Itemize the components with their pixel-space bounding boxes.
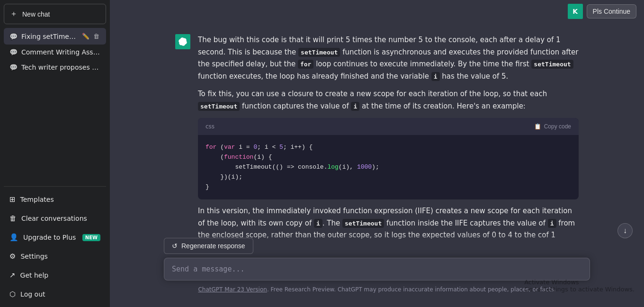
code-keyword-for: for	[206, 144, 216, 151]
external-link-icon: ↗	[9, 271, 16, 280]
regenerate-button[interactable]: ↺ Regenerate response	[164, 238, 253, 254]
code-keyword-function: function	[224, 154, 253, 161]
para3-2: . The	[322, 219, 342, 227]
inline-code-5: setTimeout	[198, 102, 240, 111]
response-text-5: has the value of 5.	[440, 72, 509, 81]
code-method-log: log	[327, 163, 338, 171]
conversation-list: 💬 Fixing setTimeout with ✏️ 🗑 💬 Comment …	[4, 28, 106, 182]
copy-label: Copy code	[544, 123, 571, 130]
response-paragraph-1: The bug with this code is that it will p…	[198, 34, 579, 82]
response-text-3: loop continues to execute immediately. B…	[313, 60, 531, 68]
sidebar-item-logout[interactable]: ⬡ Log out	[4, 285, 106, 303]
new-chat-label: New chat	[22, 10, 50, 18]
response-paragraph-2: To fix this, you can use a closure to cr…	[198, 88, 579, 112]
code-content: for (var i = 0; i < 5; i++) { (function(…	[198, 135, 579, 199]
sidebar-bottom: ⊞ Templates 🗑 Clear conversations 👤 Upgr…	[4, 190, 106, 303]
code-block: css 📋 Copy code for (var i = 0; i < 5; i…	[198, 118, 579, 199]
copy-icon: 📋	[534, 123, 541, 130]
code-lang: css	[206, 122, 215, 131]
conv-item-left: 💬 Comment Writing Assistance	[9, 48, 100, 56]
sidebar-item-comment[interactable]: 💬 Comment Writing Assistance	[4, 45, 106, 60]
code-number-0: 0	[253, 144, 257, 151]
regenerate-label: Regenerate response	[181, 242, 245, 250]
new-badge: NEW	[82, 234, 100, 241]
conv-item-left: 💬 Fixing setTimeout with	[9, 33, 78, 40]
sidebar-item-fixing[interactable]: 💬 Fixing setTimeout with ✏️ 🗑	[4, 28, 106, 45]
delete-button[interactable]: 🗑	[92, 32, 100, 41]
assistant-avatar	[175, 34, 190, 49]
sidebar-item-upgrade[interactable]: 👤 Upgrade to Plus NEW	[4, 228, 106, 246]
inline-code-1: setTimeout	[298, 48, 340, 57]
regenerate-icon: ↺	[172, 242, 178, 250]
para3-3: function inside the IIFE captures the va…	[384, 219, 547, 227]
chat-icon: 💬	[9, 48, 18, 56]
code-keyword-var: var	[224, 144, 235, 151]
new-chat-button[interactable]: ＋ New chat	[4, 4, 106, 24]
sidebar: ＋ New chat 💬 Fixing setTimeout with ✏️ 🗑…	[0, 0, 110, 307]
inline-code-2: for	[298, 60, 313, 69]
upgrade-label: Upgrade to Plus	[23, 234, 76, 241]
user-initial: K	[572, 8, 578, 15]
logout-label: Log out	[20, 290, 45, 298]
sidebar-item-help[interactable]: ↗ Get help	[4, 266, 106, 284]
chat-icon: 💬	[9, 63, 18, 71]
templates-label: Templates	[20, 196, 54, 203]
chat-icon: 💬	[9, 33, 18, 40]
conv-item-actions: ✏️ 🗑	[81, 32, 100, 41]
chatgpt-version-link[interactable]: ChatGPT Mar 23 Version	[198, 286, 267, 293]
footer-text: ChatGPT Mar 23 Version. Free Research Pr…	[121, 286, 633, 293]
sidebar-item-settings[interactable]: ⚙️ Settings	[4, 247, 106, 265]
sidebar-divider	[4, 186, 106, 187]
para2-3: at the time of its creation. Here's an e…	[359, 102, 526, 110]
para2-1: To fix this, you can use a closure to cr…	[198, 90, 547, 98]
gear-icon: ⚙️	[9, 252, 16, 261]
help-label: Get help	[20, 271, 49, 279]
conv-item-text: Tech writer proposes guest po	[21, 63, 100, 71]
footer-description: . Free Research Preview. ChatGPT may pro…	[267, 286, 556, 293]
grid-icon: ⊞	[9, 195, 16, 204]
inline-code-7: i	[314, 219, 322, 228]
inline-code-9: i	[548, 219, 556, 228]
conv-item-text: Fixing setTimeout with	[21, 33, 78, 40]
user-avatar: K	[568, 4, 583, 19]
conv-item-text: Comment Writing Assistance	[21, 48, 100, 56]
settings-label: Settings	[20, 253, 47, 260]
edit-button[interactable]: ✏️	[81, 32, 90, 41]
sidebar-item-templates[interactable]: ⊞ Templates	[4, 190, 106, 208]
top-bar: K Pls Continue	[560, 0, 644, 23]
inline-code-8: setTimeout	[342, 219, 384, 228]
sidebar-item-clear[interactable]: 🗑 Clear conversations	[4, 209, 106, 227]
inline-code-3: setTimeout	[531, 60, 573, 69]
inline-code-4: i	[431, 72, 440, 81]
main-panel: K Pls Continue The bug with this code is…	[110, 0, 644, 307]
para2-2: function captures the value of	[240, 102, 351, 110]
code-number-1000: 1000	[357, 163, 372, 171]
code-header: css 📋 Copy code	[198, 118, 579, 135]
inline-code-6: i	[351, 102, 359, 111]
logout-icon: ⬡	[9, 290, 16, 298]
pls-continue-button[interactable]: Pls Continue	[587, 4, 636, 18]
clear-label: Clear conversations	[21, 215, 87, 222]
chat-input[interactable]	[164, 258, 590, 280]
response-text-4: function executes, the loop has already …	[198, 72, 431, 81]
trash-icon: 🗑	[9, 214, 17, 223]
sidebar-item-techwriter[interactable]: 💬 Tech writer proposes guest po	[4, 60, 106, 75]
bottom-bar: ↺ Regenerate response ChatGPT Mar 23 Ver…	[110, 232, 644, 307]
code-number-5: 5	[279, 144, 283, 151]
user-icon: 👤	[9, 233, 18, 242]
scroll-down-button[interactable]: ↓	[617, 223, 633, 238]
copy-code-button[interactable]: 📋 Copy code	[534, 123, 571, 130]
conv-item-left: 💬 Tech writer proposes guest po	[9, 63, 100, 71]
pls-continue-label: Pls Continue	[593, 8, 630, 15]
plus-icon: ＋	[10, 9, 18, 19]
input-container: ↺ Regenerate response	[164, 238, 590, 282]
